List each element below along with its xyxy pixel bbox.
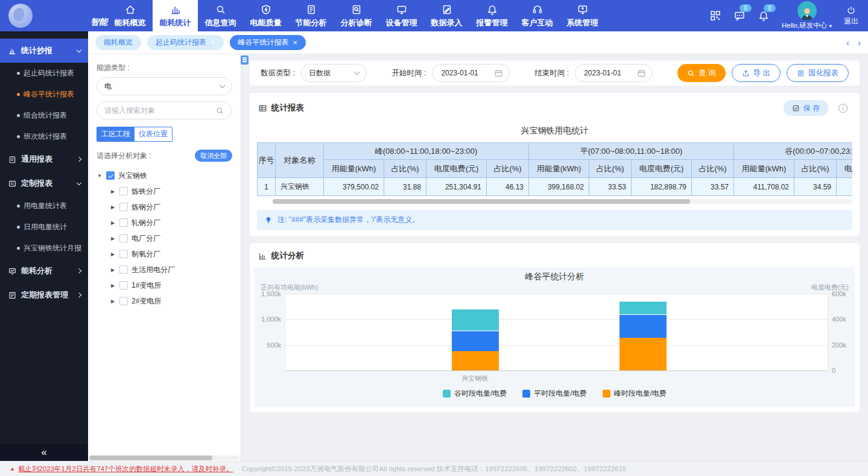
tab-workzone[interactable]: 工区工段 — [97, 127, 135, 141]
legend-peak[interactable]: 峰时段电量/电费 — [603, 389, 667, 399]
nav-item-energy-statistics[interactable]: 能耗统计 — [153, 0, 198, 31]
search-icon[interactable] — [215, 106, 224, 115]
end-date-field[interactable] — [575, 64, 653, 82]
search-doc-icon — [215, 4, 227, 16]
tree-node[interactable]: ▶ 电厂分厂 — [97, 230, 232, 246]
checkbox[interactable] — [119, 265, 128, 274]
tab-meter-position[interactable]: 仪表位置 — [135, 127, 172, 141]
table-row: 1 兴宝钢铁 379,500.02 31.88 251,304.91 46.13… — [258, 178, 853, 196]
info-icon[interactable]: i — [838, 104, 847, 113]
chevron-down-icon — [220, 83, 226, 89]
tree-node[interactable]: ▶ 1#变电所 — [97, 278, 232, 293]
solidify-report-button[interactable]: 固化报表 — [787, 64, 849, 82]
nav-item-system-management[interactable]: 系统管理 — [560, 0, 605, 31]
sidebar-item-general-reports[interactable]: 通用报表 — [0, 147, 88, 171]
sidebar-item-shift-report[interactable]: 班次统计报表 — [0, 126, 88, 147]
sidebar-item-energy-analysis[interactable]: 能耗分析 — [0, 259, 88, 283]
nav-item-analysis-diagnosis[interactable]: 分析诊断 — [334, 0, 379, 31]
brand-text: 智能 — [90, 17, 107, 31]
footer-alert: ▲ 截止到2023年1月2日共有747个班次的数据超时未录入，请及时补录。 — [10, 465, 233, 474]
collapsed-caret-icon[interactable]: ▶ — [110, 267, 116, 273]
filter-bar: 数据类型 : 日数据 开始时间 : 结束时间 : — [250, 60, 860, 86]
sidebar-item-statistics-report[interactable]: 统计抄报 — [0, 39, 88, 63]
checkbox[interactable] — [119, 187, 128, 195]
tree-node[interactable]: ▶ 炼钢分厂 — [97, 199, 232, 215]
tab-scroll-left-icon[interactable]: ‹ — [846, 37, 849, 48]
checkbox[interactable] — [119, 297, 128, 305]
expand-caret-icon[interactable]: ▼ — [97, 173, 103, 179]
tab-scroll-arrows: ‹ › — [846, 37, 861, 48]
checkbox[interactable] — [119, 234, 128, 243]
collapsed-caret-icon[interactable]: ▶ — [110, 236, 116, 241]
tab-energy-overview[interactable]: 能耗概览 — [95, 35, 141, 50]
tree-node[interactable]: ▶ 2#变电所 — [97, 293, 232, 309]
collapsed-caret-icon[interactable]: ▶ — [110, 283, 116, 288]
statistics-analysis-section: 统计分析 峰谷平统计分析 正向有功电能(kWh) 电度电费(元) 1,500k … — [250, 243, 860, 412]
main-menu: 能耗概览 能耗统计 信息查询 电能质量 节能分析 分析诊断 — [107, 0, 605, 31]
panel-collapse-handle[interactable] — [241, 56, 249, 65]
scrollbar-thumb[interactable] — [273, 199, 690, 204]
sidebar-item-daily-electricity-stat[interactable]: 日用电量统计 — [0, 217, 88, 238]
close-icon[interactable]: × — [211, 39, 215, 46]
cost-stacked-bar[interactable] — [619, 301, 667, 370]
data-type-label: 数据类型 : — [261, 68, 295, 78]
nav-item-equipment-management[interactable]: 设备管理 — [379, 0, 424, 31]
query-button[interactable]: 查 询 — [677, 64, 725, 82]
data-type-select[interactable]: 日数据 — [301, 64, 367, 82]
legend-flat[interactable]: 平时段电量/电费 — [522, 389, 586, 399]
collapsed-caret-icon[interactable]: ▶ — [110, 299, 116, 304]
sidebar-item-custom-reports[interactable]: 定制报表 — [0, 171, 88, 195]
nav-item-data-entry[interactable]: 数据录入 — [424, 0, 469, 31]
logout-button[interactable]: 退出 — [844, 5, 858, 27]
search-input[interactable] — [104, 106, 212, 115]
collapsed-caret-icon[interactable]: ▶ — [110, 205, 116, 210]
notifications-button[interactable]: 0 — [758, 10, 770, 22]
scrollbar-thumb[interactable] — [89, 455, 212, 460]
export-button[interactable]: 导 出 — [732, 64, 781, 82]
cancel-all-button[interactable]: 取消全部 — [195, 150, 232, 162]
tree-node-root[interactable]: ▼ 兴宝钢铁 — [97, 168, 232, 183]
save-button[interactable]: 保 存 — [784, 100, 828, 116]
start-date-input[interactable] — [441, 69, 489, 77]
sidebar-item-combined-report[interactable]: 组合统计报表 — [0, 105, 88, 126]
checkbox[interactable] — [119, 281, 128, 290]
power-icon — [846, 5, 857, 16]
close-icon[interactable]: × — [293, 39, 298, 46]
qr-code-button[interactable] — [709, 10, 721, 22]
nav-item-energy-overview[interactable]: 能耗概览 — [107, 0, 153, 31]
sidebar-collapse-button[interactable]: « — [0, 444, 88, 461]
tab-start-end-code-report[interactable]: 起止码统计报表 × — [147, 35, 224, 50]
nav-item-power-quality[interactable]: 电能质量 — [243, 0, 288, 31]
collapsed-caret-icon[interactable]: ▶ — [110, 252, 116, 257]
nav-item-info-query[interactable]: 信息查询 — [198, 0, 243, 31]
sidebar-item-start-end-code-report[interactable]: 起止码统计报表 — [0, 63, 88, 84]
collapsed-caret-icon[interactable]: ▶ — [110, 189, 116, 194]
note-text: 注: "###"表示采集数据异常，'/'表示无意义。 — [277, 215, 419, 225]
nav-item-customer-interaction[interactable]: 客户互动 — [515, 0, 560, 31]
energy-stacked-bar[interactable] — [452, 309, 499, 370]
sidebar-item-peak-valley-flat-report[interactable]: 峰谷平统计报表 — [0, 84, 88, 105]
sidebar-item-periodic-report-management[interactable]: 定期报表管理 — [0, 283, 88, 307]
sidebar-item-xingbao-monthly-report[interactable]: 兴宝钢铁统计月报 — [0, 238, 88, 259]
checkbox[interactable] — [119, 203, 128, 211]
end-date-input[interactable] — [584, 69, 632, 77]
sidebar-item-electricity-stat-table[interactable]: 用电量统计表 — [0, 195, 88, 217]
energy-type-select[interactable]: 电 — [97, 77, 232, 95]
checkbox[interactable] — [119, 218, 128, 227]
nav-item-energy-saving-analysis[interactable]: 节能分析 — [288, 0, 334, 31]
tree-node[interactable]: ▶ 炼铁分厂 — [97, 183, 232, 199]
checkbox-checked[interactable] — [106, 171, 115, 180]
messages-button[interactable]: 0 — [733, 10, 746, 22]
tab-scroll-right-icon[interactable]: › — [858, 37, 861, 48]
tab-peak-valley-flat-report[interactable]: 峰谷平统计报表 × — [230, 35, 306, 50]
collapsed-caret-icon[interactable]: ▶ — [110, 220, 116, 226]
legend-valley[interactable]: 谷时段电量/电费 — [443, 389, 507, 399]
nav-item-alarm-management[interactable]: 报警管理 — [469, 0, 515, 31]
start-date-field[interactable] — [432, 64, 510, 82]
alert-text[interactable]: 截止到2023年1月2日共有747个班次的数据超时未录入，请及时补录。 — [18, 465, 233, 474]
tree-node[interactable]: ▶ 轧钢分厂 — [97, 215, 232, 230]
tree-node[interactable]: ▶ 制氧分厂 — [97, 246, 232, 262]
user-menu[interactable]: Hello,研发中心▾ — [782, 1, 832, 30]
checkbox[interactable] — [119, 250, 128, 258]
tree-node[interactable]: ▶ 生活用电分厂 — [97, 262, 232, 278]
